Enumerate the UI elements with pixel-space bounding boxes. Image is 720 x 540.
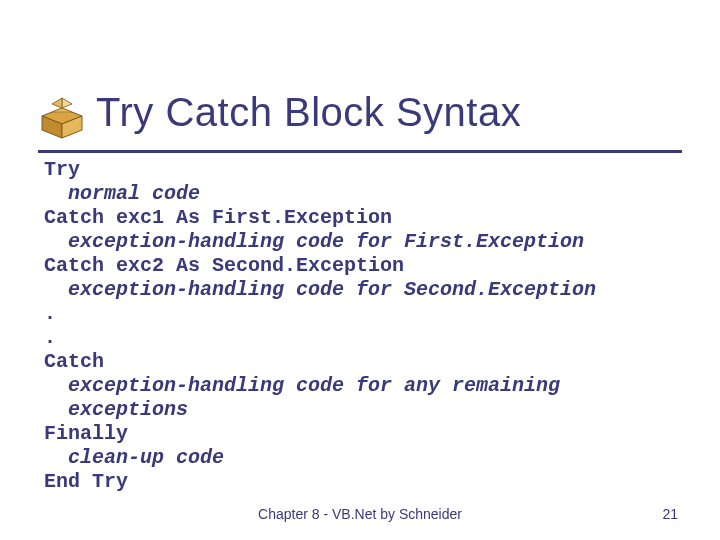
title-row: Try Catch Block Syntax — [38, 82, 521, 142]
code-line: Try — [44, 158, 80, 181]
slide: Try Catch Block Syntax Try normal code C… — [0, 0, 720, 540]
page-number: 21 — [662, 506, 678, 522]
code-block: Try normal code Catch exc1 As First.Exce… — [44, 158, 680, 494]
code-line: Finally — [44, 422, 128, 445]
code-line: Catch — [44, 350, 104, 373]
code-line: exception-handling code for First.Except… — [68, 230, 584, 253]
svg-marker-3 — [52, 108, 72, 112]
code-line: exception-handling code for any remainin… — [68, 374, 560, 397]
code-line: . — [44, 326, 56, 349]
code-line: . — [44, 302, 56, 325]
slide-title: Try Catch Block Syntax — [96, 90, 521, 135]
code-line: Catch exc2 As Second.Exception — [44, 254, 404, 277]
box-icon — [38, 94, 86, 142]
code-line: End Try — [44, 470, 128, 493]
code-line: clean-up code — [68, 446, 224, 469]
code-line: exceptions — [68, 398, 188, 421]
title-underline — [38, 150, 682, 153]
code-line: normal code — [68, 182, 200, 205]
footer-text: Chapter 8 - VB.Net by Schneider — [0, 506, 720, 522]
code-line: exception-handling code for Second.Excep… — [68, 278, 596, 301]
code-line: Catch exc1 As First.Exception — [44, 206, 392, 229]
